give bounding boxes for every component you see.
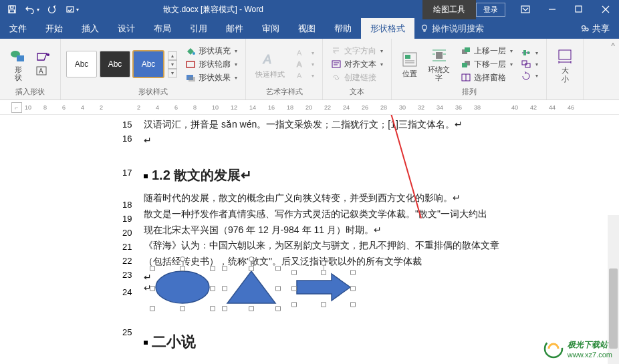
- ribbon-options-button[interactable]: [512, 0, 539, 19]
- send-backward-button[interactable]: 下移一层▾: [458, 58, 515, 71]
- resize-handle[interactable]: [210, 266, 215, 271]
- group-arrange: 排列: [397, 87, 541, 98]
- resize-handle[interactable]: [180, 266, 185, 271]
- backward-icon: [461, 59, 471, 69]
- resize-handle[interactable]: [222, 286, 227, 291]
- tab-design[interactable]: 设计: [108, 18, 144, 39]
- style-preset-3[interactable]: Abc: [133, 51, 164, 77]
- svg-text:A: A: [263, 53, 271, 66]
- gallery-down[interactable]: ▾: [168, 60, 177, 69]
- maximize-button[interactable]: [566, 0, 592, 19]
- resize-handle[interactable]: [210, 286, 215, 291]
- rotate-handle[interactable]: [321, 260, 326, 266]
- style-preset-1[interactable]: Abc: [66, 51, 97, 77]
- resize-handle[interactable]: [321, 270, 326, 275]
- forward-icon: [461, 46, 471, 55]
- login-button[interactable]: 登录: [476, 3, 505, 17]
- gallery-up[interactable]: ▴: [168, 51, 177, 60]
- shapes-button[interactable]: 形 状: [5, 45, 31, 83]
- resize-handle[interactable]: [150, 286, 155, 291]
- resize-handle[interactable]: [249, 266, 254, 271]
- scroll-thumb[interactable]: [609, 268, 618, 349]
- rotate-handle[interactable]: [180, 256, 185, 262]
- shape-ellipse[interactable]: [152, 268, 213, 309]
- resize-handle[interactable]: [150, 306, 155, 311]
- resize-handle[interactable]: [249, 306, 254, 311]
- svg-rect-18: [187, 61, 195, 67]
- text-box-icon[interactable]: A: [35, 65, 55, 78]
- text-direction-icon: [331, 46, 342, 55]
- shape-fill-button[interactable]: 形状填充▾: [182, 45, 240, 57]
- selection-pane-button[interactable]: 选择窗格: [458, 71, 515, 84]
- tab-view[interactable]: 视图: [289, 18, 325, 39]
- rotate-handle[interactable]: [249, 256, 254, 262]
- svg-rect-13: [17, 55, 24, 61]
- resize-handle[interactable]: [275, 306, 281, 311]
- tab-references[interactable]: 引用: [180, 18, 217, 39]
- document-area[interactable]: 15 16 17 18 19 20 21 22 23 24 25 汉语词汇，拼音…: [0, 115, 619, 364]
- edit-shape-icon[interactable]: [35, 51, 55, 64]
- tab-file[interactable]: 文件: [0, 18, 36, 39]
- resize-handle[interactable]: [150, 266, 155, 271]
- group-button[interactable]: ▾: [518, 59, 541, 69]
- tab-layout[interactable]: 布局: [144, 18, 180, 39]
- tab-insert[interactable]: 插入: [72, 18, 108, 39]
- align-icon: [521, 48, 531, 57]
- align-button[interactable]: ▾: [518, 47, 541, 58]
- resize-handle[interactable]: [275, 286, 281, 291]
- body-text: 现在北宋太平兴国（976 年 12 月-984 年 11 月）时期。↵: [144, 223, 538, 238]
- tab-help[interactable]: 帮助: [325, 18, 361, 39]
- tab-shape-format[interactable]: 形状格式: [361, 18, 414, 39]
- style-preset-2[interactable]: Abc: [100, 51, 130, 77]
- save-button[interactable]: [3, 1, 21, 18]
- body-text: ↵: [144, 134, 538, 148]
- quick-styles-button[interactable]: A 快速样式: [251, 49, 289, 79]
- resize-handle[interactable]: [350, 270, 356, 275]
- undo-button[interactable]: ▾: [23, 1, 41, 18]
- resize-handle[interactable]: [350, 302, 356, 307]
- outline-icon: [185, 59, 196, 69]
- ribbon-tabs: 文件 开始 插入 设计 布局 引用 邮件 审阅 视图 帮助 形状格式 操作说明搜…: [0, 19, 619, 39]
- svg-rect-44: [523, 50, 526, 55]
- text-effects-button: A▾: [293, 70, 317, 81]
- resize-handle[interactable]: [180, 306, 185, 311]
- size-button[interactable]: 大 小: [552, 46, 578, 83]
- shape-style-gallery[interactable]: Abc Abc Abc ▴▾▾: [66, 51, 177, 77]
- window-title: 散文.docx [兼容模式] - Word: [84, 4, 342, 15]
- resize-handle[interactable]: [222, 266, 227, 271]
- collapse-ribbon-button[interactable]: ^: [607, 39, 619, 100]
- shape-arrow-right[interactable]: [294, 272, 353, 305]
- resize-handle[interactable]: [222, 306, 227, 311]
- shape-effects-button[interactable]: 形状效果▾: [182, 71, 240, 84]
- resize-handle[interactable]: [321, 302, 326, 307]
- tab-selector[interactable]: ⌐: [11, 102, 22, 113]
- gallery-more[interactable]: ▾: [168, 69, 177, 77]
- resize-handle[interactable]: [291, 286, 297, 291]
- resize-handle[interactable]: [350, 286, 356, 291]
- close-button[interactable]: [592, 0, 619, 19]
- qat-customize[interactable]: ▾: [63, 1, 82, 18]
- resize-handle[interactable]: [210, 306, 215, 311]
- bring-forward-button[interactable]: 上移一层▾: [458, 45, 515, 57]
- svg-rect-45: [527, 51, 529, 54]
- resize-handle[interactable]: [291, 302, 297, 307]
- align-text-button[interactable]: 对齐文本▾: [328, 58, 386, 71]
- wrap-text-button[interactable]: 环绕文 字: [424, 45, 454, 83]
- resize-handle[interactable]: [275, 266, 281, 271]
- tab-review[interactable]: 审阅: [253, 18, 289, 39]
- share-button[interactable]: 共享: [571, 23, 619, 35]
- tell-me-search[interactable]: 操作说明搜索: [420, 23, 484, 35]
- line-number: 16: [122, 134, 132, 144]
- redo-button[interactable]: [43, 1, 61, 18]
- horizontal-ruler[interactable]: ⌐ 10864224681012141618202224262830323436…: [0, 100, 619, 115]
- resize-handle[interactable]: [291, 270, 297, 275]
- shape-outline-button[interactable]: 形状轮廓▾: [182, 58, 240, 71]
- tab-mailings[interactable]: 邮件: [217, 18, 253, 39]
- shape-triangle[interactable]: [225, 268, 278, 309]
- position-button[interactable]: 位置: [397, 49, 422, 79]
- shapes-icon: [9, 47, 27, 64]
- minimize-button[interactable]: [539, 0, 566, 19]
- tab-home[interactable]: 开始: [36, 18, 72, 39]
- rotate-button[interactable]: ▾: [518, 70, 541, 81]
- create-link-button: 创建链接: [328, 71, 386, 84]
